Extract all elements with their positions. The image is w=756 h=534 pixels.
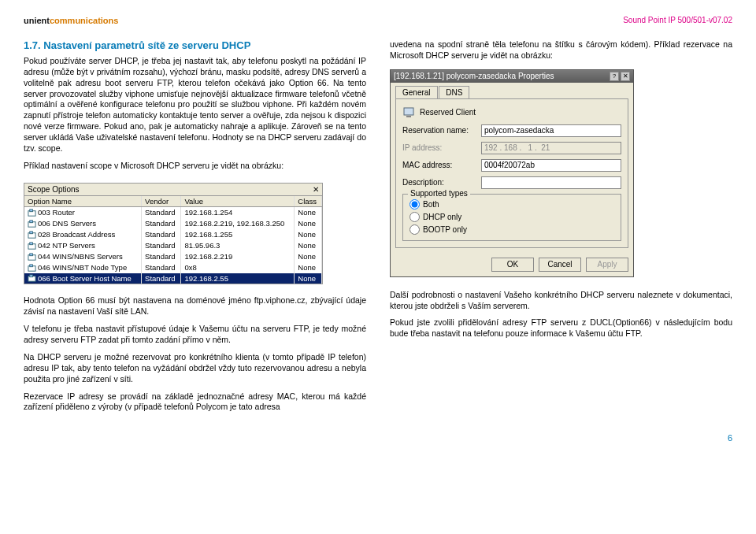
- svg-rect-9: [30, 253, 33, 255]
- radio-bootp-only-label: BOOTP only: [423, 225, 467, 234]
- brand: unientcommunications: [24, 16, 118, 25]
- radio-dhcp-only[interactable]: [410, 212, 420, 222]
- svg-rect-15: [406, 116, 411, 117]
- svg-rect-11: [30, 264, 33, 266]
- table-row[interactable]: 028 Broadcast AddressStandard192.168.1.2…: [24, 229, 322, 240]
- brand-prefix: unient: [24, 16, 50, 25]
- cancel-button[interactable]: Cancel: [539, 258, 581, 272]
- tab-dns[interactable]: DNS: [439, 86, 469, 98]
- svg-rect-1: [30, 209, 33, 211]
- left-p5: Na DHCP serveru je možné rezervovat pro …: [24, 352, 366, 385]
- description-input[interactable]: [481, 176, 621, 189]
- left-p3: Hodnota Option 66 musí být nastavena na …: [24, 295, 366, 317]
- option-icon: [28, 264, 36, 273]
- reservation-properties-window: [192.168.1.21] polycom-zasedacka Propert…: [390, 69, 634, 277]
- mac-address-label: MAC address:: [402, 161, 481, 169]
- close-icon[interactable]: ✕: [621, 72, 630, 81]
- brand-suffix: communications: [50, 16, 118, 25]
- mac-address-input[interactable]: [481, 159, 621, 172]
- reservation-name-label: Reservation name:: [402, 126, 481, 135]
- svg-rect-14: [404, 108, 413, 115]
- reserved-client-label: Reserved Client: [420, 108, 476, 117]
- radio-dhcp-only-label: DHCP only: [423, 213, 461, 221]
- tab-panel-general: Reserved Client Reservation name: IP add…: [395, 98, 628, 248]
- description-label: Description:: [402, 178, 481, 187]
- table-row[interactable]: 003 RouterStandard192.168.1.254None: [24, 206, 322, 217]
- col-value[interactable]: Value: [181, 196, 295, 207]
- scope-options-table: Option Name Vendor Value Class 003 Route…: [24, 196, 322, 284]
- left-p1: Pokud používáte server DHCP, je třeba je…: [24, 56, 366, 154]
- reservation-name-input[interactable]: [481, 124, 621, 137]
- section-title: 1.7. Nastavení parametrů sítě ze serveru…: [24, 39, 366, 51]
- left-p4: V telefonu je třeba nastavit přístupové …: [24, 324, 366, 346]
- table-row[interactable]: 006 DNS ServersStandard192.168.2.219, 19…: [24, 218, 322, 229]
- option-icon: [28, 231, 36, 239]
- option-icon: [28, 242, 36, 250]
- col-option-name[interactable]: Option Name: [24, 196, 142, 207]
- col-vendor[interactable]: Vendor: [142, 196, 181, 207]
- tab-general[interactable]: General: [395, 86, 438, 98]
- apply-button[interactable]: Apply: [586, 258, 628, 272]
- table-row[interactable]: 044 WINS/NBNS ServersStandard192.168.2.2…: [24, 251, 322, 262]
- right-p3: Pokud jste zvolili přidělování adresy FT…: [390, 317, 732, 339]
- col-class[interactable]: Class: [295, 196, 322, 207]
- option-icon: [28, 274, 36, 283]
- radio-both[interactable]: [410, 199, 420, 210]
- table-row[interactable]: 066 Boot Server Host NameStandard192.168…: [24, 273, 322, 284]
- svg-rect-3: [30, 220, 33, 222]
- table-row[interactable]: 042 NTP ServersStandard81.95.96.3None: [24, 240, 322, 251]
- close-icon[interactable]: ✕: [313, 185, 319, 194]
- supported-types-legend: Supported types: [408, 189, 470, 198]
- scope-options-window: Scope Options ✕ Option Name Vendor Value…: [24, 183, 323, 285]
- radio-both-label: Both: [423, 200, 439, 209]
- supported-types-fieldset: Supported types Both DHCP only BOOTP onl…: [402, 194, 621, 241]
- ip-address-label: IP address:: [402, 143, 481, 152]
- props-title: [192.168.1.21] polycom-zasedacka Propert…: [394, 72, 554, 80]
- left-p2: Příklad nastavení scope v Microsoft DHCP…: [24, 161, 366, 172]
- table-row[interactable]: 046 WINS/NBT Node TypeStandard0x8None: [24, 262, 322, 273]
- doc-version: Sound Point IP 500/501-v07.02: [623, 16, 732, 25]
- page-number: 6: [24, 433, 732, 443]
- left-p6: Rezervace IP adresy se provádí na základ…: [24, 391, 366, 413]
- ip-address-input: [481, 142, 621, 154]
- right-p2: Další podrobnosti o nastavení Vašeho kon…: [390, 290, 732, 312]
- svg-rect-5: [30, 231, 33, 233]
- help-icon[interactable]: ?: [610, 72, 619, 81]
- svg-rect-7: [30, 242, 33, 244]
- ok-button[interactable]: OK: [491, 258, 534, 272]
- radio-bootp-only[interactable]: [410, 224, 420, 235]
- option-icon: [28, 220, 36, 228]
- computer-icon: [402, 106, 417, 120]
- option-icon: [28, 209, 36, 217]
- right-p1: uvedena na spodní straně těla telefonu n…: [390, 39, 732, 61]
- scope-window-title: Scope Options: [28, 185, 80, 194]
- svg-rect-13: [30, 275, 33, 277]
- option-icon: [28, 253, 36, 261]
